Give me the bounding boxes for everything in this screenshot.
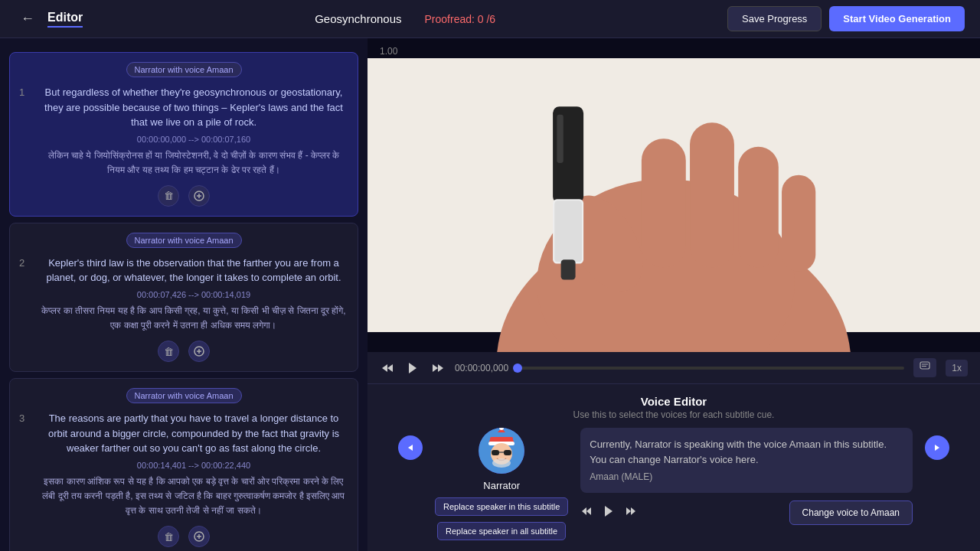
subtitle-text-en-3: The reasons are partly that you have to …: [39, 411, 348, 456]
speaker-badge-3: Narrator with voice Amaan: [126, 388, 242, 403]
delete-subtitle-3[interactable]: 🗑: [158, 526, 179, 547]
subtitle-timestamp-1: 00:00:00,000 --> 00:00:07,160: [39, 135, 348, 144]
add-subtitle-3[interactable]: [188, 526, 210, 547]
card-content-3: The reasons are partly that you have to …: [39, 411, 348, 518]
svg-marker-24: [409, 363, 416, 373]
subtitle-text-hi-1: लेकिन चाहे ये जियोसिंक्रोनस हों या जियोस…: [39, 148, 348, 178]
svg-rect-21: [557, 115, 563, 163]
ve-rewind-button[interactable]: [580, 505, 593, 521]
play-button[interactable]: [404, 360, 421, 377]
voice-editor: Voice Editor Use this to select the voic…: [368, 383, 980, 551]
card-actions-1: 🗑: [19, 185, 348, 207]
add-subtitle-2[interactable]: [188, 341, 210, 362]
card-row-3: 3 The reasons are partly that you have t…: [19, 411, 348, 518]
header-actions: Save Progress Start Video Generation: [727, 6, 965, 31]
ve-forward-button[interactable]: [625, 505, 637, 521]
svg-rect-39: [504, 450, 511, 455]
svg-marker-30: [408, 445, 413, 451]
svg-rect-15: [782, 175, 815, 272]
voice-editor-subtitle: Use this to select the voices for each s…: [380, 409, 968, 420]
voice-editor-header: Voice Editor Use this to select the voic…: [380, 395, 968, 420]
svg-marker-42: [582, 507, 586, 515]
proofread-status: Proofread: 0 /6: [425, 13, 496, 25]
narrator-avatar: [479, 428, 524, 474]
subtitle-text-en-1: But regardless of whether they're geosyn…: [39, 85, 348, 130]
subtitle-number-1: 1: [19, 85, 31, 178]
project-name: Geosynchronous: [315, 12, 401, 25]
voice-description: Currently, Narrator is speaking with the…: [580, 428, 913, 493]
subtitle-card-1[interactable]: Narrator with voice Amaan 1 But regardle…: [9, 52, 358, 217]
video-controls: 00:00:00,000 1x: [368, 352, 980, 383]
svg-marker-22: [382, 364, 387, 372]
speaker-name: Narrator: [483, 480, 520, 491]
subtitle-text-en-2: Kepler's third law is the observation th…: [39, 256, 348, 285]
progress-dot: [513, 364, 522, 373]
card-row-1: 1 But regardless of whether they're geos…: [19, 85, 348, 178]
voice-editor-next[interactable]: [925, 435, 949, 460]
back-button[interactable]: ←: [15, 7, 40, 31]
replace-speaker-this-button[interactable]: Replace speaker in this subtitle: [435, 497, 568, 516]
svg-marker-25: [433, 364, 438, 372]
delete-subtitle-1[interactable]: 🗑: [158, 185, 179, 207]
subtitle-card-3[interactable]: Narrator with voice Amaan 3 The reasons …: [9, 378, 358, 551]
start-video-button[interactable]: Start Video Generation: [829, 6, 965, 31]
voice-name: Amaan (MALE): [590, 470, 903, 484]
header: ← Editor Geosynchronous Proofread: 0 /6 …: [0, 0, 980, 38]
current-time: 00:00:00,000: [455, 363, 508, 373]
save-button[interactable]: Save Progress: [727, 6, 822, 31]
delete-subtitle-2[interactable]: 🗑: [158, 341, 179, 362]
speed-button[interactable]: 1x: [946, 360, 968, 377]
video-thumbnail: [368, 38, 980, 352]
chat-button[interactable]: [913, 358, 936, 377]
svg-marker-26: [438, 364, 443, 372]
subtitle-number-2: 2: [19, 256, 31, 333]
card-actions-2: 🗑: [19, 341, 348, 362]
svg-marker-43: [586, 507, 591, 515]
video-container: [368, 38, 980, 352]
voice-playback: Change voice to Amaan: [580, 500, 913, 525]
page-title: Editor: [47, 11, 83, 28]
card-row-2: 2 Kepler's third law is the observation …: [19, 256, 348, 333]
main-layout: Narrator with voice Amaan 1 But regardle…: [0, 38, 980, 551]
subtitle-card-2[interactable]: Narrator with voice Amaan 2 Kepler's thi…: [9, 223, 358, 372]
forward-button[interactable]: [430, 360, 446, 376]
svg-rect-20: [561, 259, 576, 279]
progress-bar[interactable]: [518, 367, 904, 370]
subtitle-timestamp-3: 00:00:14,401 --> 00:00:22,440: [39, 461, 348, 470]
voice-editor-content: Narrator Replace speaker in this subtitl…: [380, 428, 968, 540]
voice-editor-prev[interactable]: [398, 435, 423, 460]
svg-rect-27: [920, 362, 929, 369]
right-panel: 1.00: [368, 38, 980, 551]
subtitle-number-3: 3: [19, 411, 31, 518]
subtitle-panel: Narrator with voice Amaan 1 But regardle…: [0, 38, 368, 551]
card-content-2: Kepler's third law is the observation th…: [39, 256, 348, 333]
svg-rect-38: [492, 450, 499, 455]
rewind-button[interactable]: [380, 360, 395, 376]
svg-rect-14: [738, 147, 779, 268]
video-area: 1.00: [368, 38, 980, 352]
svg-rect-13: [690, 122, 734, 267]
subtitle-text-hi-2: केप्लर का तीसरा नियम यह है कि आप किसी ग्…: [39, 304, 348, 333]
subtitle-text-hi-3: इसका कारण आंशिक रूप से यह है कि आपको एक …: [39, 474, 348, 519]
ve-play-button[interactable]: [602, 504, 616, 522]
svg-marker-44: [605, 506, 612, 517]
speaker-badge-2: Narrator with voice Amaan: [126, 233, 242, 248]
subtitle-timestamp-2: 00:00:07,426 --> 00:00:14,019: [39, 290, 348, 299]
voice-editor-speaker-col: Narrator Replace speaker in this subtitl…: [435, 428, 568, 540]
svg-marker-47: [935, 445, 939, 451]
change-voice-button[interactable]: Change voice to Amaan: [789, 500, 913, 525]
voice-editor-title: Voice Editor: [380, 395, 968, 408]
card-content-1: But regardless of whether they're geosyn…: [39, 85, 348, 178]
svg-marker-45: [626, 507, 631, 515]
svg-rect-19: [554, 201, 582, 262]
add-subtitle-1[interactable]: [188, 185, 210, 207]
svg-rect-12: [642, 139, 686, 267]
svg-marker-23: [387, 364, 393, 372]
svg-point-41: [492, 458, 511, 468]
svg-marker-46: [631, 507, 635, 515]
replace-speaker-all-button[interactable]: Replace speaker in all subtitle: [437, 522, 566, 540]
card-actions-3: 🗑: [19, 526, 348, 547]
voice-editor-info-col: Currently, Narrator is speaking with the…: [580, 428, 913, 540]
header-center: Geosynchronous Proofread: 0 /6: [83, 12, 727, 25]
speaker-badge-1: Narrator with voice Amaan: [126, 62, 242, 77]
